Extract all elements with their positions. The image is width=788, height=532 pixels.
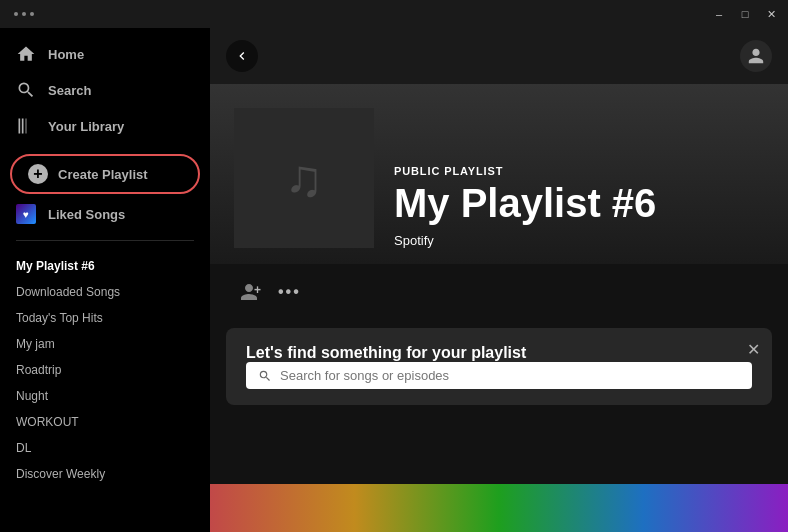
plus-icon: +	[28, 164, 48, 184]
find-songs-title: Let's find something for your playlist	[246, 344, 526, 361]
user-button[interactable]	[740, 40, 772, 72]
playlist-actions: + •••	[210, 264, 788, 320]
svg-rect-1	[22, 119, 24, 134]
liked-songs-label: Liked Songs	[48, 207, 125, 222]
title-bar-dots	[14, 12, 34, 16]
playlist-info: PUBLIC PLAYLIST My Playlist #6 Spotify	[394, 165, 656, 248]
sidebar-item-search[interactable]: Search	[0, 72, 210, 108]
title-bar: – □ ✕	[0, 0, 788, 28]
playlist-item-todays-top-hits[interactable]: Today's Top Hits	[0, 305, 210, 331]
close-button[interactable]: ✕	[762, 7, 780, 21]
app-body: Home Search Your Library + Create Playli…	[0, 28, 788, 532]
liked-songs-icon: ♥	[16, 204, 36, 224]
user-icon	[747, 47, 765, 65]
more-options-button[interactable]: •••	[278, 283, 301, 301]
add-user-icon: +	[234, 280, 262, 304]
playlist-name: My Playlist #6	[394, 181, 656, 225]
maximize-button[interactable]: □	[736, 7, 754, 21]
sidebar-item-library[interactable]: Your Library	[0, 108, 210, 144]
sidebar-divider	[16, 240, 194, 241]
playlist-list: My Playlist #6 Downloaded Songs Today's …	[0, 249, 210, 524]
bottom-color-bar	[210, 484, 788, 532]
svg-rect-0	[19, 119, 21, 134]
svg-text:+: +	[254, 283, 261, 297]
back-icon	[234, 48, 250, 64]
playlist-item-downloaded-songs[interactable]: Downloaded Songs	[0, 279, 210, 305]
playlist-item-nught[interactable]: Nught	[0, 383, 210, 409]
minimize-button[interactable]: –	[710, 7, 728, 21]
playlist-item-discover-weekly[interactable]: Discover Weekly	[0, 461, 210, 487]
top-nav	[210, 28, 788, 84]
main-content: ♫ PUBLIC PLAYLIST My Playlist #6 Spotify…	[210, 28, 788, 532]
sidebar-item-liked-songs[interactable]: ♥ Liked Songs	[0, 196, 210, 232]
home-label: Home	[48, 47, 84, 62]
search-label: Search	[48, 83, 91, 98]
back-button[interactable]	[226, 40, 258, 72]
playlist-header: ♫ PUBLIC PLAYLIST My Playlist #6 Spotify	[210, 84, 788, 264]
find-songs-close-button[interactable]: ✕	[747, 340, 760, 359]
playlist-item-my-playlist-6[interactable]: My Playlist #6	[0, 253, 210, 279]
library-label: Your Library	[48, 119, 124, 134]
sidebar-item-home[interactable]: Home	[0, 36, 210, 72]
search-icon	[16, 80, 36, 100]
search-bar[interactable]	[246, 362, 752, 389]
title-dot-2	[22, 12, 26, 16]
find-songs-panel: Let's find something for your playlist ✕	[226, 328, 772, 405]
title-dot-3	[30, 12, 34, 16]
playlist-item-my-jam[interactable]: My jam	[0, 331, 210, 357]
add-user-button[interactable]: +	[234, 280, 262, 304]
search-input[interactable]	[280, 368, 740, 383]
home-icon	[16, 44, 36, 64]
playlist-item-dl[interactable]: DL	[0, 435, 210, 461]
music-note-icon: ♫	[285, 148, 324, 208]
close-icon: ✕	[747, 341, 760, 358]
playlist-artwork: ♫	[234, 108, 374, 248]
title-dot-1	[14, 12, 18, 16]
sidebar: Home Search Your Library + Create Playli…	[0, 28, 210, 532]
playlist-type-label: PUBLIC PLAYLIST	[394, 165, 656, 177]
more-icon: •••	[278, 283, 301, 300]
library-icon	[16, 116, 36, 136]
playlist-item-roadtrip[interactable]: Roadtrip	[0, 357, 210, 383]
search-bar-icon	[258, 369, 272, 383]
create-playlist-button[interactable]: + Create Playlist	[10, 154, 200, 194]
playlist-item-workout[interactable]: WORKOUT	[0, 409, 210, 435]
create-playlist-label: Create Playlist	[58, 167, 148, 182]
playlist-owner: Spotify	[394, 233, 656, 248]
svg-rect-2	[25, 119, 27, 134]
